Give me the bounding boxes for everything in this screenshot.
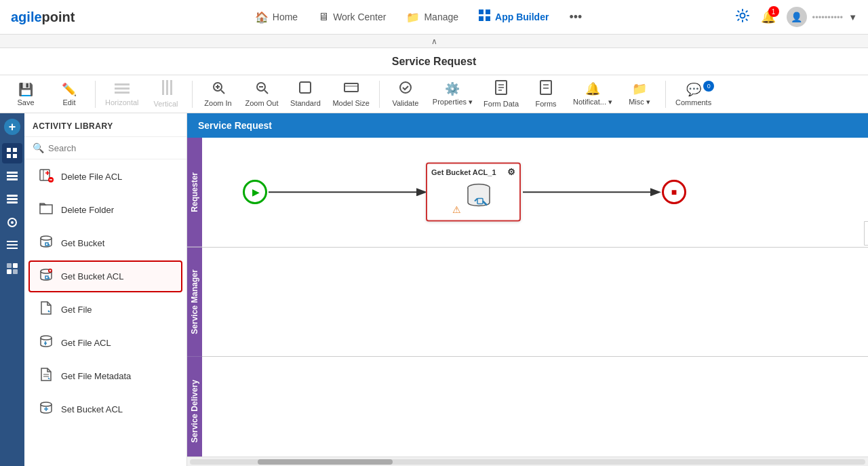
svg-rect-1 [486,9,490,14]
get-file-acl-icon [38,334,54,352]
title-bar: Service Request [0,48,868,75]
swim-lane-content-service-delivery[interactable] [202,357,868,466]
sidebar-icon-circle[interactable] [2,212,22,233]
get-bucket-icon [38,234,54,252]
list-item[interactable]: Delete Folder [28,194,182,226]
svg-rect-32 [13,154,17,158]
gear-icon[interactable] [735,8,750,26]
collapse-bar[interactable]: ∧ [0,35,868,48]
modelsize-button[interactable]: Model Size [328,78,373,110]
sidebar-icon-list1[interactable] [2,166,22,187]
toolbar: 💾 Save ✏️ Edit Horizontal Vertical Zoom … [0,75,868,113]
vertical-button[interactable]: Vertical [146,77,186,111]
svg-rect-6 [115,88,130,90]
svg-rect-29 [7,148,11,152]
user-menu[interactable]: 👤 •••••••••• ▼ [787,7,857,27]
svg-point-54 [41,236,52,240]
misc-icon: 📁 [632,81,647,96]
swim-lane-content-requester[interactable]: Get Bucket ACL_1 ⚙ ⚠ [202,138,868,247]
standard-icon [298,81,312,98]
zoomout-icon [255,81,269,98]
swim-lane-content-service-manager[interactable] [202,248,868,357]
activity-library-title: ACTIVITY LIBRARY [24,113,186,137]
svg-point-4 [740,13,745,18]
canvas-body[interactable]: Requester [187,138,868,466]
swim-lane-label-requester: Requester [187,138,202,247]
validate-button[interactable]: Validate [385,78,426,110]
list-item-selected[interactable]: Get Bucket ACL [28,260,182,292]
forms-button[interactable]: Forms [526,77,566,111]
misc-button[interactable]: 📁 Misc ▾ [619,79,660,109]
svg-rect-48 [40,170,50,180]
set-bucket-acl-icon [38,400,54,419]
notifications-button[interactable]: 🔔 Notificat... ▾ [569,79,616,109]
list-item[interactable]: Get File [28,294,182,326]
collapse-panel-button[interactable]: ‹ [864,221,868,246]
svg-rect-5 [115,83,130,85]
sidebar-icons: + [0,113,24,466]
standard-button[interactable]: Standard [285,78,326,110]
sidebar-icon-grid[interactable] [2,143,22,163]
node-warning-icon: ⚠ [452,204,461,215]
horizontal-icon [115,81,130,97]
svg-rect-31 [7,154,11,158]
end-node[interactable] [662,180,686,204]
properties-button[interactable]: ⚙️ Properties ▾ [429,79,477,109]
nav-home[interactable]: 🏠 Home [255,11,298,24]
canvas-scrollbar[interactable] [187,457,868,466]
svg-rect-38 [7,201,18,203]
svg-point-40 [11,221,14,224]
svg-rect-19 [344,83,358,92]
nav-workcenter[interactable]: 🖥 Work Center [318,11,386,23]
delete-folder-icon [38,201,54,219]
scrollbar-track[interactable] [190,459,865,465]
horizontal-button[interactable]: Horizontal [101,79,143,109]
logo[interactable]: agilepoint [11,9,75,25]
sidebar-icon-list3[interactable] [2,235,22,256]
list-item[interactable]: Delete File ACL [28,161,182,193]
list-item[interactable]: Set Bucket ACL [28,393,182,425]
svg-rect-42 [7,244,18,246]
node-settings-icon[interactable]: ⚙ [507,167,515,177]
home-icon: 🏠 [255,11,269,24]
activity-search: 🔍 [24,137,186,159]
zoomout-button[interactable]: Zoom Out [241,78,283,110]
svg-rect-41 [7,241,18,242]
add-activity-button[interactable]: + [4,119,20,135]
svg-rect-36 [7,195,18,197]
edit-button[interactable]: ✏️ Edit [49,79,90,109]
nav-manage[interactable]: 📁 Manage [406,11,458,24]
swim-lane-service-delivery: Service Delivery [187,357,868,466]
svg-line-16 [264,90,268,94]
list-item[interactable]: Get Bucket [28,227,182,259]
swim-lane-requester: Requester [187,138,868,248]
zoomin-icon [212,81,225,98]
svg-point-21 [400,82,411,93]
zoomin-button[interactable]: Zoom In [198,78,239,110]
nav-more[interactable]: ••• [569,10,582,24]
search-input[interactable] [48,143,178,153]
list-item[interactable]: Get File ACL [28,327,182,359]
notifications-icon: 🔔 [585,81,600,96]
nav-appbuilder[interactable]: App Builder [479,9,549,24]
start-node[interactable] [243,180,267,204]
svg-rect-33 [7,172,18,174]
formdata-button[interactable]: Form Data [479,77,523,111]
svg-line-12 [221,90,224,94]
save-button[interactable]: 💾 Save [5,79,46,109]
sidebar-icon-list2[interactable] [2,189,22,210]
notifications-bell[interactable]: 🔔 1 [761,9,776,24]
sidebar-icon-block[interactable] [2,258,22,279]
canvas-wrapper: Service Request Requester [187,113,868,466]
activity-node-get-bucket-acl[interactable]: Get Bucket ACL_1 ⚙ ⚠ [426,163,521,222]
toolbar-divider-4 [665,81,666,108]
user-menu-arrow: ▼ [848,12,857,22]
nav-right: 🔔 1 👤 •••••••••• ▼ [735,7,857,27]
nav-items: 🏠 Home 🖥 Work Center 📁 Manage App Builde… [102,9,734,24]
list-item[interactable]: Get File Metadata [28,360,182,392]
comments-button[interactable]: 💬 Comments 0 [671,79,715,109]
scrollbar-thumb [258,459,393,465]
svg-rect-10 [170,80,172,95]
svg-rect-18 [300,82,311,93]
connector-node-to-end [523,138,726,247]
